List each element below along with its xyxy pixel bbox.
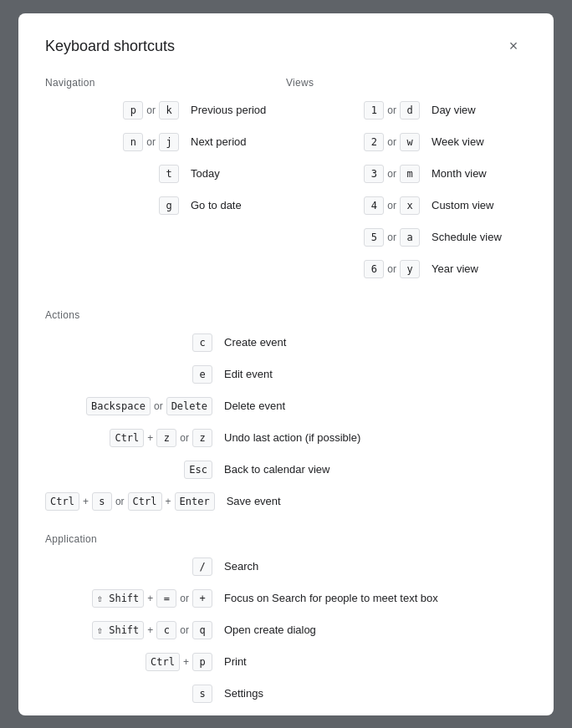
- keys-area: g: [45, 196, 179, 215]
- shortcut-row: t Today: [45, 162, 286, 186]
- shortcut-row: p or k Previous period: [45, 99, 286, 122]
- key-ctrl3: Ctrl: [128, 492, 162, 511]
- shortcut-desc: Previous period: [191, 104, 266, 116]
- keys-area: 3 or m: [286, 165, 420, 183]
- keys-area: 6 or y: [286, 260, 420, 278]
- key-ctrl: Ctrl: [110, 429, 144, 447]
- shortcut-row: 5 or a Schedule view: [286, 226, 527, 249]
- key-d: d: [400, 101, 420, 120]
- key-z: z: [156, 429, 176, 447]
- key-1: 1: [364, 101, 384, 120]
- shortcut-row: 6 or y Year view: [286, 257, 527, 281]
- key-s: s: [92, 492, 112, 511]
- views-title: Views: [286, 77, 527, 89]
- shortcut-desc: Save event: [227, 495, 281, 507]
- keys-area: Backspace or Delete: [45, 397, 212, 415]
- close-button[interactable]: ×: [500, 33, 527, 60]
- key-4: 4: [364, 196, 384, 215]
- key-ctrl2: Ctrl: [45, 492, 79, 511]
- keys-area: Esc: [45, 461, 212, 479]
- actions-section: Actions c Create event e Edit event Back…: [45, 309, 527, 513]
- keys-area: s: [45, 685, 212, 703]
- key-t: t: [159, 165, 179, 183]
- top-sections: Navigation p or k Previous period n or j…: [45, 77, 527, 309]
- key-p: p: [123, 101, 143, 120]
- shortcut-row: Backspace or Delete Delete event: [45, 395, 527, 418]
- shortcut-row: 1 or d Day view: [286, 99, 527, 122]
- shortcut-desc: Month view: [432, 167, 487, 180]
- shortcut-desc: Open create dialog: [224, 624, 316, 636]
- shortcut-desc: Year view: [432, 262, 478, 275]
- key-enter: Enter: [175, 492, 215, 511]
- keys-area: /: [45, 557, 212, 576]
- dialog-title: Keyboard shortcuts: [45, 38, 175, 55]
- key-e: e: [192, 365, 212, 384]
- keys-area: 1 or d: [286, 101, 420, 120]
- shortcut-desc: Back to calendar view: [224, 463, 329, 476]
- shortcut-row: g Go to date: [45, 194, 286, 217]
- shortcut-row: 2 or w Week view: [286, 130, 527, 154]
- key-z2: z: [192, 429, 212, 447]
- keys-area: Ctrl + s or Ctrl + Enter: [45, 492, 215, 511]
- key-5: 5: [364, 228, 384, 247]
- shortcut-desc: Focus on Search for people to meet text …: [224, 592, 438, 604]
- key-shift: ⇧ Shift: [92, 589, 145, 608]
- keys-area: n or j: [45, 133, 179, 151]
- key-plus: +: [192, 589, 212, 608]
- keys-area: 2 or w: [286, 133, 420, 151]
- shortcut-desc: Delete event: [224, 400, 285, 412]
- shortcut-desc: Search: [224, 560, 258, 573]
- key-w: w: [400, 133, 420, 151]
- shortcut-row: s Settings: [45, 682, 527, 705]
- key-q: q: [192, 621, 212, 639]
- shortcut-desc: Undo last action (if possible): [224, 431, 360, 444]
- shortcut-desc: Create event: [224, 336, 286, 349]
- key-esc: Esc: [184, 461, 212, 479]
- shortcut-desc: Edit event: [224, 368, 273, 380]
- key-2: 2: [364, 133, 384, 151]
- shortcut-row: Ctrl + z or z Undo last action (if possi…: [45, 426, 527, 450]
- key-p: p: [192, 653, 212, 671]
- shortcut-desc: Week view: [432, 135, 484, 148]
- shortcut-row: e Edit event: [45, 363, 527, 386]
- key-c2: c: [156, 621, 176, 639]
- key-equals: =: [156, 589, 176, 608]
- keys-area: ⇧ Shift + = or +: [45, 589, 212, 608]
- shortcut-row: ⇧ Shift + c or q Open create dialog: [45, 619, 527, 642]
- key-x: x: [400, 196, 420, 215]
- application-title: Application: [45, 533, 527, 545]
- keys-area: p or k: [45, 101, 179, 120]
- key-j: j: [159, 133, 179, 151]
- shortcut-desc: Today: [191, 167, 220, 180]
- shortcut-desc: Go to date: [191, 199, 242, 211]
- key-m: m: [400, 165, 420, 183]
- keys-area: 5 or a: [286, 228, 420, 247]
- shortcut-row: Ctrl + p Print: [45, 650, 527, 674]
- shortcut-row: 3 or m Month view: [286, 162, 527, 186]
- shortcut-row: 4 or x Custom view: [286, 194, 527, 217]
- shortcut-desc: Print: [224, 655, 247, 668]
- key-3: 3: [364, 165, 384, 183]
- shortcut-row: ⇧ Shift + = or + Focus on Search for peo…: [45, 587, 527, 610]
- keys-area: e: [45, 365, 212, 384]
- shortcut-row: Ctrl + / or ? Open shortcut help: [45, 714, 527, 715]
- key-6: 6: [364, 260, 384, 278]
- key-a: a: [400, 228, 420, 247]
- key-g: g: [159, 196, 179, 215]
- shortcut-desc: Settings: [224, 687, 263, 700]
- shortcut-row: / Search: [45, 555, 527, 578]
- shortcut-desc: Custom view: [432, 199, 493, 211]
- keys-area: 4 or x: [286, 196, 420, 215]
- key-shift2: ⇧ Shift: [92, 621, 145, 639]
- navigation-title: Navigation: [45, 77, 286, 89]
- key-delete: Delete: [166, 397, 212, 415]
- keys-area: c: [45, 333, 212, 352]
- key-k: k: [159, 101, 179, 120]
- key-y: y: [400, 260, 420, 278]
- actions-title: Actions: [45, 309, 527, 321]
- key-s2: s: [192, 685, 212, 703]
- shortcut-row: c Create event: [45, 331, 527, 354]
- key-backspace: Backspace: [86, 397, 151, 415]
- keys-area: Ctrl + z or z: [45, 429, 212, 447]
- shortcut-desc: Schedule view: [432, 231, 502, 243]
